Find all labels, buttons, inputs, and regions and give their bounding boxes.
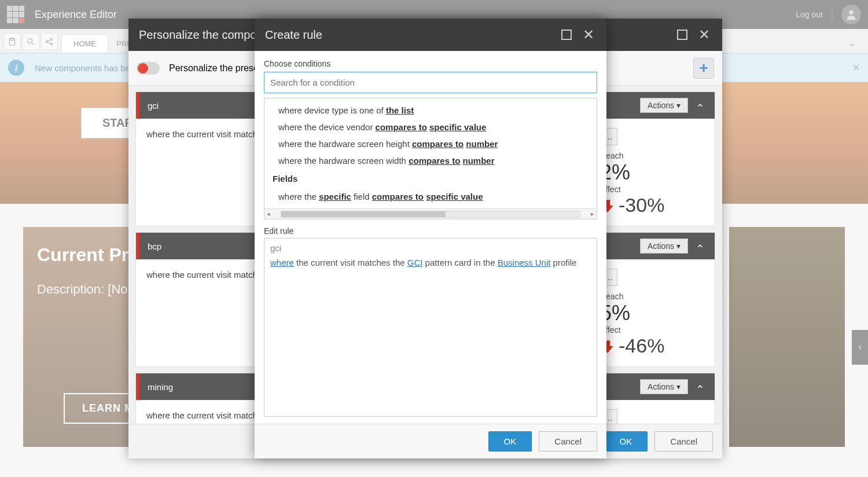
edit-rule-title: gci — [270, 243, 591, 253]
personalize-toggle[interactable] — [137, 62, 160, 75]
actions-dropdown[interactable]: Actions▾ — [640, 238, 688, 254]
actions-dropdown[interactable]: Actions▾ — [640, 98, 688, 113]
reach-label: Reach — [600, 151, 704, 160]
cancel-button[interactable]: Cancel — [539, 431, 597, 452]
business-unit-link[interactable]: Business Unit — [498, 258, 551, 267]
scroll-left-icon[interactable]: ◂ — [264, 210, 273, 218]
collapse-button[interactable] — [694, 99, 707, 112]
condition-item[interactable]: where the specific field compares to spe… — [267, 188, 597, 205]
maximize-button[interactable] — [675, 27, 690, 42]
create-rule-title: Create rule — [265, 28, 322, 42]
reach-value: 5% — [600, 301, 704, 325]
collapse-button[interactable] — [694, 240, 707, 252]
maximize-button[interactable] — [559, 27, 574, 42]
create-rule-footer: OK Cancel — [255, 424, 606, 458]
choose-conditions-label: Choose conditions — [264, 59, 597, 68]
effect-label: Effect — [600, 185, 704, 194]
rule-name: gci — [148, 101, 159, 111]
ok-button[interactable]: OK — [488, 431, 532, 452]
personalize-dialog-title: Personalize the compon... — [139, 28, 273, 42]
condition-list[interactable]: where device type is one of the list whe… — [264, 98, 597, 208]
edit-rule-label: Edit rule — [264, 226, 597, 236]
collapse-button[interactable] — [694, 380, 707, 393]
condition-item[interactable]: where the hardware screen height compare… — [267, 135, 597, 152]
close-button[interactable]: ✕ — [697, 27, 712, 42]
gci-link[interactable]: GCI — [407, 258, 423, 267]
effect-value: -46% — [619, 335, 664, 357]
edit-rule-area[interactable]: gci where the current visit matches the … — [264, 238, 597, 417]
condition-item[interactable]: where the hardware screen width compares… — [267, 152, 597, 169]
rule-name: bcp — [148, 241, 161, 251]
add-rule-button[interactable]: + — [693, 58, 714, 79]
create-rule-dialog: Create rule ✕ Choose conditions where de… — [255, 19, 606, 458]
condition-group-fields: Fields — [267, 169, 597, 188]
cancel-button[interactable]: Cancel — [654, 431, 713, 452]
condition-list-panel: where device type is one of the list whe… — [264, 98, 597, 219]
reach-value: 2% — [600, 160, 704, 185]
where-link[interactable]: where — [270, 258, 294, 267]
close-button[interactable]: ✕ — [581, 27, 596, 42]
rule-name: mining — [148, 382, 173, 392]
ok-button[interactable]: OK — [604, 431, 648, 452]
create-rule-header: Create rule ✕ — [255, 19, 606, 51]
condition-search-input[interactable] — [264, 72, 597, 93]
horizontal-scrollbar[interactable]: ◂ ▸ — [264, 208, 597, 219]
condition-item[interactable]: where device type is one of the list — [267, 102, 597, 119]
edit-rule-line: where the current visit matches the GCI … — [270, 258, 591, 267]
effect-value: -30% — [619, 194, 664, 217]
actions-dropdown[interactable]: Actions▾ — [640, 379, 688, 394]
scroll-right-icon[interactable]: ▸ — [589, 210, 597, 218]
condition-item[interactable]: where the device vendor compares to spec… — [267, 119, 597, 135]
